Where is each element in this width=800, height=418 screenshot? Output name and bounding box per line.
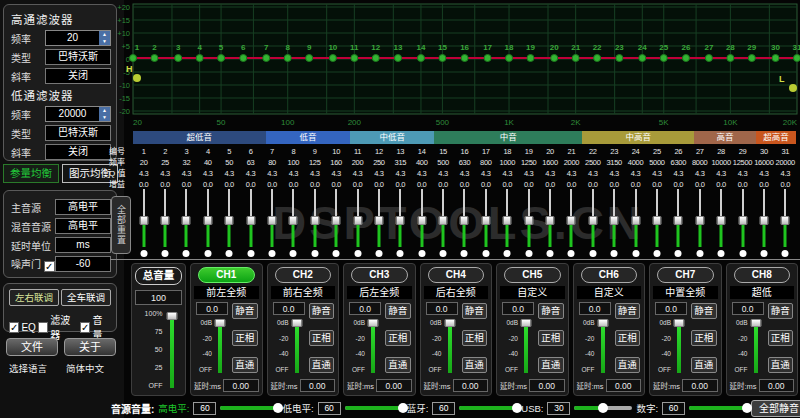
fader-handle[interactable] (781, 216, 790, 225)
eq-gain-fader[interactable] (539, 189, 560, 258)
hpf-frequency-value[interactable]: 20 (46, 31, 99, 45)
slider-handle[interactable] (398, 403, 408, 413)
channel-fader[interactable]: 0dB-20-40OFF (577, 317, 613, 377)
eq-band-point[interactable] (394, 55, 401, 62)
channel-select-button[interactable]: CH8 (734, 267, 791, 283)
channel-fader-track[interactable] (367, 317, 379, 377)
fader-handle[interactable] (524, 216, 533, 225)
fader-handle[interactable] (139, 216, 148, 225)
eq-gain-fader[interactable] (325, 189, 346, 258)
phase-button[interactable]: 正相 (615, 330, 640, 346)
channel-select-button[interactable]: CH4 (428, 267, 485, 283)
eq-gain-fader[interactable] (689, 189, 710, 258)
eq-band-point[interactable] (639, 55, 646, 62)
bypass-button[interactable]: 直通 (691, 357, 716, 373)
channel-select-button[interactable]: CH1 (198, 267, 255, 283)
phase-button[interactable]: 正相 (385, 330, 410, 346)
fader-handle[interactable] (652, 216, 661, 225)
source-slider-value[interactable]: 60 (662, 402, 685, 415)
eq-band-point[interactable] (351, 55, 358, 62)
filter-checkbox[interactable] (38, 322, 48, 333)
channel-gain-value[interactable]: 0.0 (732, 302, 764, 315)
channel-fader-track[interactable] (291, 317, 303, 377)
channel-fader[interactable]: 0dB-20-40OFF (653, 317, 689, 377)
eq-gain-fader[interactable] (154, 189, 175, 258)
eq-band-point[interactable] (506, 55, 513, 62)
delay-value[interactable]: 0.00 (223, 379, 258, 392)
eq-gain-fader[interactable] (133, 189, 154, 258)
fader-handle[interactable] (588, 216, 597, 225)
eq-band-point[interactable] (130, 55, 137, 62)
eq-gain-fader[interactable] (753, 189, 774, 258)
channel-fader[interactable]: 0dB-20-40OFF (730, 317, 766, 377)
eq-band-point[interactable] (551, 55, 558, 62)
source-volume-slider[interactable] (459, 406, 517, 410)
phase-button[interactable]: 正相 (462, 330, 487, 346)
fader-handle[interactable] (439, 216, 448, 225)
fader-handle[interactable] (289, 216, 298, 225)
channel-fader-track[interactable] (520, 317, 532, 377)
channel-fader-handle[interactable] (291, 319, 302, 327)
phase-button[interactable]: 正相 (309, 330, 334, 346)
delay-value[interactable]: 0.00 (682, 379, 717, 392)
lpf-marker-handle[interactable] (789, 84, 797, 92)
mute-button[interactable]: 静音 (309, 303, 334, 319)
fader-handle[interactable] (695, 216, 704, 225)
eq-gain-fader[interactable] (646, 189, 667, 258)
eq-gain-fader[interactable] (411, 189, 432, 258)
eq-band-point[interactable] (794, 55, 800, 62)
eq-response-graph[interactable]: +20+15+10+50-5-10-15-2020501002005001K2K… (110, 2, 800, 130)
channel-select-button[interactable]: CH6 (581, 267, 638, 283)
channel-fader-handle[interactable] (444, 319, 455, 327)
hpf-type-select[interactable]: 巴特沃斯 (45, 49, 111, 65)
bypass-button[interactable]: 直通 (232, 357, 257, 373)
fader-handle[interactable] (203, 216, 212, 225)
channel-select-button[interactable]: CH7 (657, 267, 714, 283)
fader-handle[interactable] (225, 216, 234, 225)
source-slider-value[interactable]: 60 (318, 402, 341, 415)
channel-select-button[interactable]: CH5 (504, 267, 561, 283)
eq-band-point[interactable] (484, 55, 491, 62)
eq-gain-fader[interactable] (561, 189, 582, 258)
master-volume-button[interactable]: 总音量 (135, 267, 182, 285)
eq-gain-fader[interactable] (304, 189, 325, 258)
eq-gain-fader[interactable] (176, 189, 197, 258)
channel-fader[interactable]: 0dB-20-40OFF (424, 317, 460, 377)
delay-unit-select[interactable]: ms (55, 237, 111, 253)
channel-fader-track[interactable] (597, 317, 609, 377)
eq-gain-fader[interactable] (475, 189, 496, 258)
fader-handle[interactable] (396, 216, 405, 225)
source-volume-slider[interactable] (574, 406, 632, 410)
parametric-eq-button[interactable]: 参量均衡 (3, 164, 59, 183)
channel-gain-value[interactable]: 0.0 (196, 302, 228, 315)
channel-gain-value[interactable]: 0.0 (273, 302, 305, 315)
master-volume-fader[interactable]: 100%755025OFF (135, 310, 182, 392)
about-button[interactable]: 关于 (64, 338, 116, 356)
slider-handle[interactable] (598, 403, 608, 413)
eq-band-point[interactable] (572, 55, 579, 62)
mute-button[interactable]: 静音 (691, 303, 716, 319)
mute-button[interactable]: 静音 (462, 303, 487, 319)
source-slider-value[interactable]: 60 (432, 402, 455, 415)
bypass-button[interactable]: 直通 (538, 357, 563, 373)
delay-value[interactable]: 0.00 (376, 379, 411, 392)
eq-band-point[interactable] (727, 55, 734, 62)
fader-handle[interactable] (717, 216, 726, 225)
fader-handle[interactable] (481, 216, 490, 225)
language-value[interactable]: 简体中文 (66, 361, 104, 375)
fader-handle[interactable] (460, 216, 469, 225)
eq-band-point[interactable] (263, 55, 270, 62)
phase-button[interactable]: 正相 (691, 330, 716, 346)
channel-gain-value[interactable]: 0.0 (502, 302, 534, 315)
channel-fader-handle[interactable] (215, 319, 226, 327)
eq-gain-fader[interactable] (454, 189, 475, 258)
channel-gain-value[interactable]: 0.0 (349, 302, 381, 315)
hpf-slope-select[interactable]: 关闭 (45, 68, 111, 84)
eq-gain-fader[interactable] (261, 189, 282, 258)
spinner-up-icon[interactable]: ▲ (99, 31, 110, 38)
master-fader-handle[interactable] (166, 312, 177, 320)
eq-gain-fader[interactable] (604, 189, 625, 258)
eq-band-point[interactable] (527, 55, 534, 62)
bypass-button[interactable]: 直通 (615, 357, 640, 373)
delay-value[interactable]: 0.00 (453, 379, 488, 392)
